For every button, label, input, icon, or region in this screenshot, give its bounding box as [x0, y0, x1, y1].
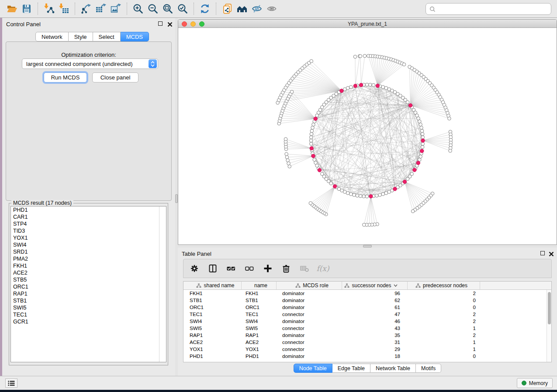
close-panel-icon[interactable] — [167, 21, 173, 26]
float-window-icon[interactable] — [158, 21, 163, 26]
table-row[interactable]: PHD1 PHD1 dominator 18 0 — [183, 353, 551, 360]
close-panel-button[interactable]: Close panel — [92, 72, 138, 83]
delete-table-button[interactable] — [300, 264, 309, 273]
graph-node[interactable] — [311, 126, 315, 130]
delete-columns-button[interactable] — [281, 264, 291, 273]
graph-node[interactable] — [372, 83, 375, 87]
export-network-button[interactable] — [79, 2, 93, 16]
graph-node[interactable] — [288, 165, 291, 168]
graph-node[interactable] — [420, 126, 423, 130]
graph-node[interactable] — [285, 155, 289, 159]
table-row[interactable]: SWI5 SWI5 connector 43 1 — [183, 325, 551, 332]
mcds-result-item[interactable]: CAR1 — [11, 213, 166, 220]
graph-hub-node[interactable] — [408, 103, 412, 107]
graph-node[interactable] — [402, 63, 406, 66]
graph-node[interactable] — [418, 158, 422, 162]
graph-node[interactable] — [448, 117, 451, 120]
graph-node[interactable] — [363, 223, 366, 227]
table-row[interactable]: SWI4 SWI4 dominator 46 2 — [183, 318, 551, 325]
graph-node[interactable] — [381, 86, 385, 89]
open-session-button[interactable] — [4, 2, 19, 16]
graph-hub-node[interactable] — [359, 83, 363, 87]
mcds-result-item[interactable]: STB1 — [11, 297, 166, 304]
graph-node[interactable] — [309, 139, 313, 142]
graph-hub-node[interactable] — [310, 147, 313, 150]
select-all-button[interactable] — [226, 264, 236, 273]
graph-node[interactable] — [406, 100, 409, 104]
table-row[interactable]: RAP1 RAP1 dominator 35 2 — [183, 332, 551, 339]
graph-node[interactable] — [309, 142, 313, 146]
share-document-button[interactable] — [220, 2, 235, 16]
graph-hub-node[interactable] — [393, 187, 397, 191]
function-builder-button[interactable]: f(x) — [318, 264, 328, 273]
float-window-icon[interactable] — [540, 251, 545, 255]
zoom-in-button[interactable] — [131, 2, 145, 16]
graph-node[interactable] — [310, 129, 314, 133]
graph-hub-node[interactable] — [421, 139, 425, 142]
add-column-button[interactable] — [263, 264, 273, 273]
graph-hub-node[interactable] — [353, 84, 357, 88]
graph-node[interactable] — [349, 193, 353, 196]
graph-node[interactable] — [356, 194, 359, 197]
zoom-selected-button[interactable] — [175, 2, 190, 16]
search-box[interactable] — [426, 3, 551, 15]
list-scrollbar-track[interactable] — [159, 206, 159, 362]
table-row[interactable]: STB1 STB1 dominator 62 0 — [183, 297, 551, 304]
graph-hub-node[interactable] — [416, 161, 420, 165]
column-header-predecessor-nodes[interactable]: predecessor nodes — [408, 282, 480, 289]
close-panel-icon[interactable] — [549, 251, 554, 256]
graph-node[interactable] — [419, 155, 422, 158]
graph-node[interactable] — [313, 158, 316, 162]
graph-hub-node[interactable] — [340, 89, 343, 93]
export-image-button[interactable] — [108, 2, 123, 16]
table-row[interactable]: FKH1 FKH1 dominator 96 2 — [183, 290, 551, 297]
tab-motifs[interactable]: Motifs — [416, 364, 441, 373]
column-header-shared-name[interactable]: shared name — [183, 282, 242, 289]
table-row[interactable]: YOX1 YOX1 connector 29 1 — [183, 346, 551, 353]
task-history-button[interactable] — [5, 378, 17, 388]
graph-node[interactable] — [381, 193, 385, 196]
network-graph[interactable] — [178, 28, 557, 245]
mcds-result-item[interactable]: TEC1 — [11, 311, 166, 318]
show-details-button[interactable] — [264, 2, 279, 16]
graph-node[interactable] — [349, 86, 353, 89]
graph-node[interactable] — [369, 83, 372, 86]
graph-node[interactable] — [285, 152, 288, 156]
mcds-result-item[interactable]: FKH1 — [11, 262, 166, 269]
graph-node[interactable] — [421, 132, 424, 136]
table-scrollbar[interactable] — [547, 290, 551, 362]
zoom-out-button[interactable] — [145, 2, 160, 16]
graph-node[interactable] — [365, 83, 369, 86]
graph-node[interactable] — [346, 86, 349, 90]
graph-node[interactable] — [421, 145, 424, 149]
mcds-result-item[interactable]: SWI4 — [11, 241, 166, 248]
graph-hub-node[interactable] — [311, 154, 315, 158]
graph-hub-node[interactable] — [314, 117, 317, 120]
graph-node[interactable] — [353, 55, 357, 58]
graph-node[interactable] — [309, 136, 313, 139]
graph-node[interactable] — [312, 123, 315, 127]
table-row[interactable]: ACE2 ACE2 connector 31 1 — [183, 339, 551, 346]
tab-edge-table[interactable]: Edge Table — [332, 364, 370, 373]
graph-node[interactable] — [284, 138, 287, 141]
table-row[interactable]: TEC1 TEC1 connector 47 2 — [183, 311, 551, 318]
tab-style[interactable]: Style — [69, 32, 93, 41]
mcds-result-item[interactable]: GCR1 — [11, 318, 166, 325]
mcds-result-item[interactable]: ACE2 — [11, 269, 166, 276]
tab-network-table[interactable]: Network Table — [370, 364, 416, 373]
graph-node[interactable] — [287, 162, 291, 165]
tab-mcds[interactable]: MCDS — [121, 32, 149, 41]
network-window-titlebar[interactable]: YPA_prune.txt_1 — [178, 20, 557, 28]
mcds-result-item[interactable]: YOX1 — [11, 234, 166, 241]
graph-node[interactable] — [418, 120, 422, 123]
graph-node[interactable] — [449, 149, 452, 153]
scrollbar-thumb[interactable] — [548, 292, 551, 324]
graph-node[interactable] — [353, 193, 356, 197]
mcds-result-item[interactable]: TID3 — [11, 227, 166, 234]
graph-node[interactable] — [421, 136, 425, 139]
graph-node[interactable] — [421, 142, 425, 146]
save-session-button[interactable] — [19, 2, 34, 16]
network-canvas[interactable] — [178, 28, 557, 245]
graph-hub-node[interactable] — [413, 168, 416, 172]
mcds-result-item[interactable]: ORC1 — [11, 283, 166, 290]
